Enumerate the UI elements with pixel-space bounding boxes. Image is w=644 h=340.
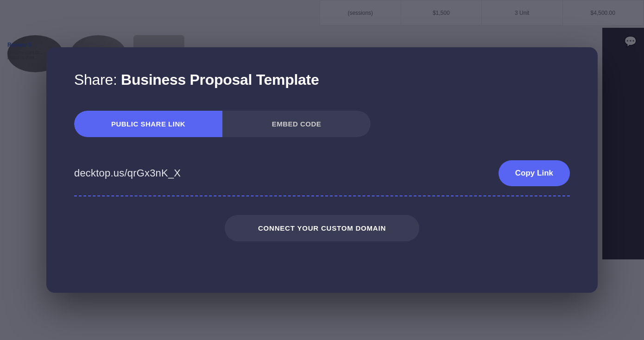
link-row: decktop.us/qrGx3nK_X Copy Link: [74, 160, 570, 186]
custom-domain-button[interactable]: CONNECT YOUR CUSTOM DOMAIN: [225, 215, 419, 241]
copy-link-button[interactable]: Copy Link: [499, 160, 570, 186]
modal-overlay: Share: Business Proposal Template PUBLIC…: [0, 0, 644, 340]
share-modal: Share: Business Proposal Template PUBLIC…: [46, 47, 598, 293]
tabs-container: PUBLIC SHARE LINK EMBED CODE: [74, 111, 371, 137]
share-link-url: decktop.us/qrGx3nK_X: [74, 167, 181, 179]
tab-embed-code[interactable]: EMBED CODE: [222, 111, 371, 137]
divider: [74, 195, 570, 196]
modal-title: Share: Business Proposal Template: [74, 71, 570, 88]
tab-public-share-link[interactable]: PUBLIC SHARE LINK: [74, 111, 222, 137]
